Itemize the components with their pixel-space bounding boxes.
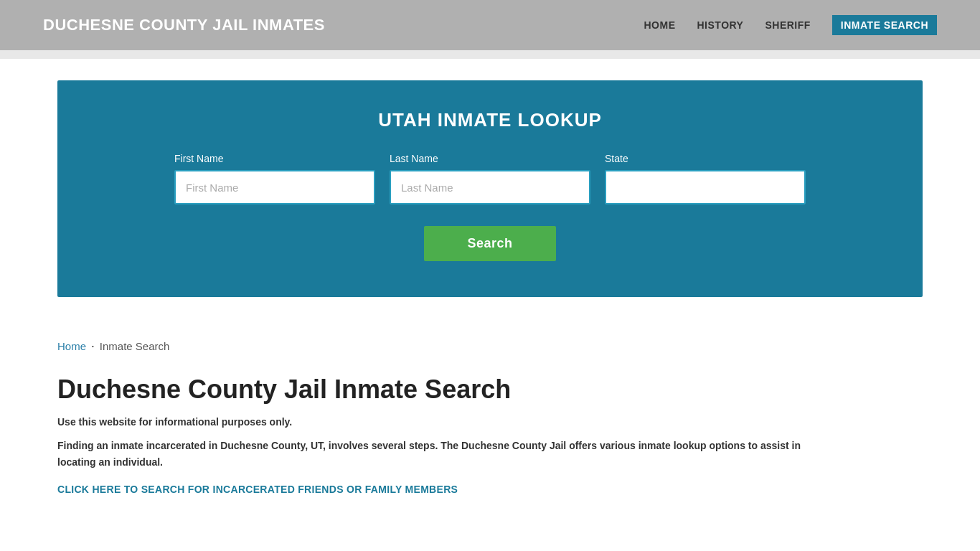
last-name-group: Last Name (390, 153, 590, 204)
search-panel: UTAH INMATE LOOKUP First Name Last Name … (57, 80, 923, 297)
search-panel-title: UTAH INMATE LOOKUP (100, 109, 880, 131)
disclaimer-text: Use this website for informational purpo… (57, 416, 923, 428)
header: DUCHESNE COUNTY JAIL INMATES HOME HISTOR… (0, 0, 980, 50)
first-name-group: First Name (174, 153, 375, 204)
main-nav: HOME HISTORY SHERIFF INMATE SEARCH (644, 15, 938, 35)
nav-sheriff[interactable]: SHERIFF (765, 19, 810, 31)
state-label: State (605, 153, 806, 164)
cta-link[interactable]: CLICK HERE to Search for Incarcerated Fr… (57, 484, 458, 495)
state-group: State Utah (605, 153, 806, 204)
search-button-row: Search (100, 226, 880, 261)
first-name-input[interactable] (174, 170, 375, 204)
nav-home[interactable]: HOME (644, 19, 676, 31)
state-input[interactable]: Utah (605, 170, 806, 204)
page-title: Duchesne County Jail Inmate Search (57, 374, 923, 405)
search-button[interactable]: Search (424, 226, 555, 261)
last-name-label: Last Name (390, 153, 590, 164)
nav-inmate-search[interactable]: INMATE SEARCH (832, 15, 937, 35)
breadcrumb: Home • Inmate Search (57, 340, 923, 352)
site-logo[interactable]: DUCHESNE COUNTY JAIL INMATES (43, 16, 325, 34)
breadcrumb-current: Inmate Search (100, 340, 170, 352)
first-name-label: First Name (174, 153, 375, 164)
main-content: Home • Inmate Search Duchesne County Jai… (0, 319, 980, 524)
sub-header-bar (0, 50, 980, 59)
nav-history[interactable]: HISTORY (697, 19, 744, 31)
last-name-input[interactable] (390, 170, 590, 204)
breadcrumb-separator: • (92, 343, 94, 349)
breadcrumb-home-link[interactable]: Home (57, 340, 86, 352)
description-text: Finding an inmate incarcerated in Duches… (57, 438, 804, 470)
search-fields-container: First Name Last Name State Utah (100, 153, 880, 204)
